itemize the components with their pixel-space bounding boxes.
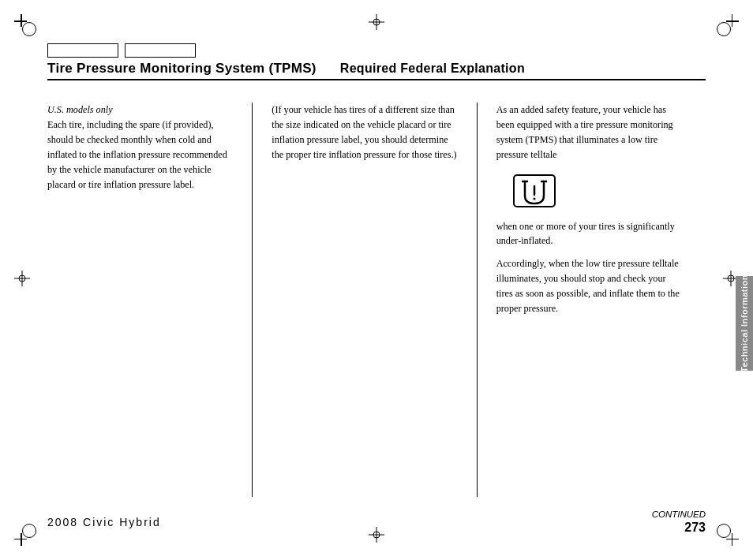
column-1: U.S. models only Each tire, including th… <box>47 103 241 497</box>
column-3: As an added safety feature, your vehicle… <box>489 103 706 497</box>
title-main: Tire Pressure Monitoring System (TPMS) <box>47 61 317 77</box>
page: Tire Pressure Monitoring System (TPMS) R… <box>0 0 753 560</box>
col3-para3: Accordingly, when the low tire pressure … <box>496 256 682 316</box>
crosshair-top <box>369 14 384 33</box>
footer-model: 2008 Civic Hybrid <box>47 516 161 528</box>
crosshair-left <box>14 271 30 289</box>
reg-mark-bl <box>14 524 36 546</box>
col2-body: (If your vehicle has tires of a differen… <box>272 103 457 162</box>
col3-para2: when one or more of your tires is signif… <box>496 219 682 249</box>
header-box-1 <box>47 43 118 58</box>
col1-body: Each tire, including the spare (if provi… <box>47 118 233 192</box>
header-title-line: Tire Pressure Monitoring System (TPMS) R… <box>47 61 706 80</box>
svg-point-16 <box>533 197 535 200</box>
col-divider-2 <box>477 103 478 497</box>
col-divider-1 <box>252 103 253 497</box>
header: Tire Pressure Monitoring System (TPMS) R… <box>47 43 706 80</box>
column-2: (If your vehicle has tires of a differen… <box>264 103 465 497</box>
content-area: U.S. models only Each tire, including th… <box>47 103 706 497</box>
reg-mark-tr <box>717 14 739 36</box>
col1-italic: U.S. models only <box>47 103 233 118</box>
side-tab-label: Technical Information <box>740 274 749 372</box>
title-secondary: Required Federal Explanation <box>340 62 525 76</box>
tpms-icon <box>512 174 556 213</box>
header-box-2 <box>125 43 196 58</box>
continued-text: CONTINUED <box>652 510 706 519</box>
footer: 2008 Civic Hybrid CONTINUED 273 <box>47 510 706 535</box>
footer-page: 273 <box>652 521 706 535</box>
side-tab: Technical Information <box>736 276 753 371</box>
col3-para1: As an added safety feature, your vehicle… <box>496 103 682 162</box>
header-boxes <box>47 43 706 58</box>
reg-mark-br <box>717 524 739 546</box>
footer-right: CONTINUED 273 <box>652 510 706 535</box>
reg-mark-tl <box>14 14 36 36</box>
